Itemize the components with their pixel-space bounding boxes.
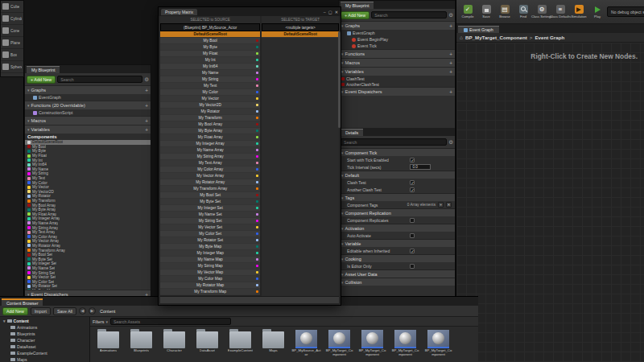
macros-section-header[interactable]: ▾Macros + (25, 116, 151, 125)
compile-button[interactable]: ✓Compile (459, 5, 477, 19)
matrix-property-row[interactable]: My Name Map (160, 257, 260, 263)
gear-icon[interactable]: ⚙ (448, 12, 453, 19)
add-variable-icon[interactable]: + (145, 127, 148, 133)
matrix-property-row[interactable]: My Vector Map (160, 269, 260, 276)
path-breadcrumb[interactable]: Content (100, 309, 115, 314)
search-input[interactable] (57, 76, 142, 83)
folder-tile[interactable]: DataAsset (192, 328, 222, 353)
matrix-property-row[interactable]: My Text Array (160, 160, 260, 167)
add-variable-icon[interactable]: + (449, 69, 452, 75)
place-actor-item[interactable]: Cone (1, 25, 23, 37)
details-category-header[interactable]: ▾Component Tick (339, 148, 455, 156)
minimize-icon[interactable]: – (324, 10, 326, 14)
window-titlebar[interactable]: Property Matrix – ▢ ✕ (159, 7, 341, 16)
checkbox[interactable] (410, 264, 415, 269)
matrix-property-row[interactable]: My Vector Array (160, 173, 260, 179)
add-new-button[interactable]: Add New (2, 307, 28, 315)
matrix-property-row[interactable]: My Integer Set (160, 205, 260, 212)
details-category-header[interactable]: ▾Asset User Data (339, 269, 455, 278)
matrix-property-row[interactable]: My Vector2D (160, 102, 260, 109)
matrix-property-row[interactable]: My Byte Set (160, 199, 260, 205)
function-item-constructionscript[interactable]: ConstructionScript (25, 109, 151, 116)
place-actor-item[interactable]: Cylinder (1, 13, 23, 25)
add-new-button[interactable]: + Add New (27, 76, 56, 84)
checkbox[interactable]: ✓ (410, 187, 415, 192)
filters-button[interactable]: Filters ▾ (93, 319, 108, 324)
graphs-section-header[interactable]: ▾Graphs + (339, 21, 455, 30)
tree-item-folder[interactable]: Character (0, 337, 89, 343)
matrix-property-row[interactable]: My String (160, 76, 260, 83)
matrix-property-row[interactable]: My Transform (160, 115, 260, 121)
details-category-header[interactable]: ▾Default (339, 171, 455, 179)
components-category-header[interactable]: Components (25, 134, 151, 140)
matrix-property-row[interactable]: My Int64 (160, 64, 260, 70)
simulation-button[interactable]: ▶Simulation (570, 5, 588, 19)
graph-item-eventgraph[interactable]: EventGraph (25, 94, 151, 101)
browse-button[interactable]: ▤Browse (496, 5, 514, 19)
matrix-property-row[interactable]: My Float Array (160, 134, 260, 141)
details-category-header[interactable]: ▾Variable (339, 239, 455, 247)
checkbox[interactable]: ✓ (410, 158, 415, 162)
graph-item-eventgraph[interactable]: EventGraph (339, 30, 455, 36)
matrix-property-row[interactable]: My Byte Array (160, 128, 260, 134)
matrix-property-row[interactable]: My String Array (160, 154, 260, 160)
checkbox[interactable] (410, 233, 415, 238)
place-actor-item[interactable]: Sphere (1, 61, 23, 73)
breadcrumb-root[interactable]: BP_MyTarget_Component (465, 35, 527, 40)
details-search-input[interactable] (341, 138, 447, 146)
tree-item-folder[interactable]: Blueprints (0, 331, 89, 337)
variable-row[interactable]: AnotherClashTest (339, 81, 455, 87)
matrix-property-row[interactable]: My Color (160, 89, 260, 96)
tree-item-folder[interactable]: ExampleContent (0, 350, 89, 356)
asset-tile[interactable]: BP_MyTarget_Component (423, 328, 453, 357)
gear-icon[interactable]: ⚙ (144, 76, 149, 83)
event-node-item[interactable]: Event Tick (339, 43, 455, 49)
matrix-selected-row[interactable]: DefaultSceneRoot (160, 31, 260, 38)
matrix-property-row[interactable]: My Float (160, 51, 260, 57)
target-column-header[interactable]: <multiple targets> (262, 23, 339, 31)
add-new-button[interactable]: + Add New (341, 11, 369, 19)
gear-icon[interactable]: ⚙ (448, 139, 453, 146)
details-category-header[interactable]: ▾Tags (339, 193, 455, 201)
place-actor-item[interactable]: Cube (1, 1, 23, 13)
matrix-property-row[interactable]: My String Set (160, 218, 260, 224)
tree-item-folder[interactable]: Maps (0, 356, 89, 362)
matrix-property-row[interactable]: My Name Array (160, 147, 260, 154)
debug-object-dropdown[interactable]: No debug object selected ▾ (607, 6, 644, 17)
tab-my-blueprint[interactable]: My Blueprint (27, 66, 60, 73)
matrix-property-row[interactable]: My Bool Set (160, 192, 260, 199)
matrix-property-row[interactable]: My Rotator (160, 109, 260, 115)
matrix-property-row[interactable]: My Color Set (160, 231, 260, 237)
matrix-property-row[interactable]: My Byte Map (160, 244, 260, 250)
tab-details[interactable]: Details (341, 129, 363, 136)
add-function-icon[interactable]: + (449, 51, 452, 57)
matrix-property-row[interactable]: My Name Set (160, 212, 260, 218)
variables-section-header[interactable]: ▾Variables + (339, 67, 455, 76)
folder-tile[interactable]: Blueprints (126, 328, 156, 353)
graph-canvas[interactable]: Right-Click to Create New Nodes. (456, 43, 644, 362)
asset-tile[interactable]: BP_MyTarget_Component (357, 328, 387, 357)
folder-tile[interactable]: Character (159, 328, 189, 353)
matrix-property-row[interactable]: My Rotator Array (160, 179, 260, 186)
variable-row[interactable]: ClashTest (339, 76, 455, 81)
matrix-property-row[interactable]: My Vector (160, 96, 260, 102)
matrix-property-row[interactable]: My Color Map (160, 276, 260, 282)
tab-content-browser[interactable]: Content Browser (2, 298, 43, 306)
asset-tile[interactable]: BP_MyTarget_Component (390, 328, 420, 357)
checkbox[interactable]: ✓ (410, 249, 415, 253)
add-graph-icon[interactable]: + (449, 23, 452, 29)
play-button[interactable]: Play (588, 5, 606, 19)
asset-tile[interactable]: BP_MySource_Actor (291, 328, 321, 357)
source-column-header[interactable]: (Blueprint) BP_MySource_Actor (160, 23, 260, 31)
place-actor-item[interactable]: Box (1, 49, 23, 61)
matrix-property-row[interactable]: My Rotator Map (160, 282, 260, 289)
details-category-header[interactable]: ▾Cooking (339, 254, 455, 262)
matrix-property-row[interactable]: My Vector Set (160, 224, 260, 231)
add-macro-icon[interactable]: + (145, 118, 148, 124)
find-button[interactable]: Find (514, 5, 532, 19)
matrix-property-row[interactable]: My Text (160, 83, 260, 89)
matrix-property-row[interactable]: My Byte (160, 44, 260, 51)
folder-tile[interactable]: Maps (258, 328, 288, 353)
matrix-property-row[interactable]: My Color Array (160, 167, 260, 173)
forward-icon[interactable]: ▶ (89, 307, 96, 315)
